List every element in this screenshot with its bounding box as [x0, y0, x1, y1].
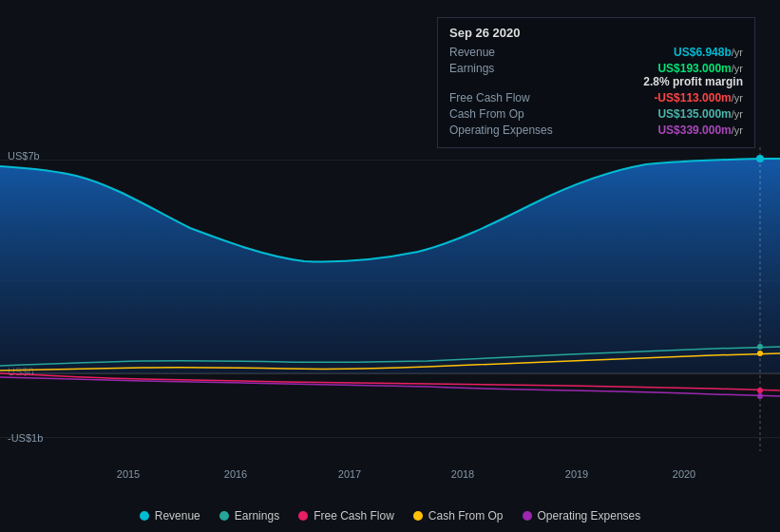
tooltip-fcf-row: Free Cash Flow -US$113.000m/yr [449, 91, 743, 104]
chart-container: Sep 26 2020 Revenue US$6.948b/yr Earning… [0, 0, 780, 532]
tooltip-opex-value: US$339.000m/yr [657, 124, 743, 137]
tooltip-revenue-label: Revenue [449, 46, 563, 59]
tooltip-revenue-value: US$6.948b/yr [674, 46, 743, 59]
legend-opex[interactable]: Operating Expenses [523, 509, 641, 522]
x-label-2015: 2015 [117, 468, 140, 480]
tooltip-cfo-label: Cash From Op [449, 107, 563, 121]
fcf-line [0, 373, 780, 390]
tooltip-date: Sep 26 2020 [449, 26, 743, 40]
legend: Revenue Earnings Free Cash Flow Cash Fro… [0, 509, 780, 522]
legend-earnings-dot [219, 511, 229, 521]
x-label-2020: 2020 [673, 468, 695, 480]
legend-fcf[interactable]: Free Cash Flow [298, 509, 394, 522]
tooltip-earnings-row: Earnings US$193.000m/yr 2.8% profit marg… [449, 62, 743, 88]
tooltip-profit-margin: 2.8% profit margin [643, 75, 743, 88]
tooltip-earnings-label: Earnings [449, 62, 563, 75]
legend-fcf-dot [298, 511, 308, 521]
cfo-dot [757, 351, 763, 356]
tooltip-opex-row: Operating Expenses US$339.000m/yr [449, 124, 743, 137]
tooltip-fcf-value: -US$113.000m/yr [654, 91, 743, 104]
legend-revenue[interactable]: Revenue [140, 509, 200, 522]
x-label-2018: 2018 [451, 468, 474, 480]
legend-opex-label: Operating Expenses [538, 509, 641, 522]
legend-cfo-label: Cash From Op [428, 509, 504, 522]
tooltip-revenue-row: Revenue US$6.948b/yr [449, 46, 743, 59]
tooltip-cfo-value: US$135.000m/yr [657, 107, 743, 121]
tooltip-earnings-value: US$193.000m/yr [643, 62, 743, 75]
opex-line [0, 377, 780, 396]
revenue-dot [756, 155, 764, 162]
legend-revenue-dot [140, 511, 149, 521]
tooltip-fcf-label: Free Cash Flow [449, 91, 563, 104]
x-label-2016: 2016 [224, 468, 247, 480]
tooltip-box: Sep 26 2020 Revenue US$6.948b/yr Earning… [437, 17, 755, 148]
x-label-2019: 2019 [565, 468, 588, 480]
earnings-dot [757, 344, 763, 350]
legend-earnings[interactable]: Earnings [219, 509, 279, 522]
legend-revenue-label: Revenue [155, 509, 200, 522]
tooltip-cfo-row: Cash From Op US$135.000m/yr [449, 107, 743, 121]
tooltip-opex-label: Operating Expenses [449, 124, 563, 137]
fcf-dot [757, 388, 763, 393]
legend-cfo[interactable]: Cash From Op [413, 509, 504, 522]
legend-fcf-label: Free Cash Flow [314, 509, 394, 522]
chart-svg [0, 147, 780, 451]
opex-dot [757, 393, 763, 399]
legend-opex-dot [523, 511, 532, 521]
legend-cfo-dot [413, 511, 423, 521]
legend-earnings-label: Earnings [235, 509, 279, 522]
x-label-2017: 2017 [338, 468, 361, 480]
